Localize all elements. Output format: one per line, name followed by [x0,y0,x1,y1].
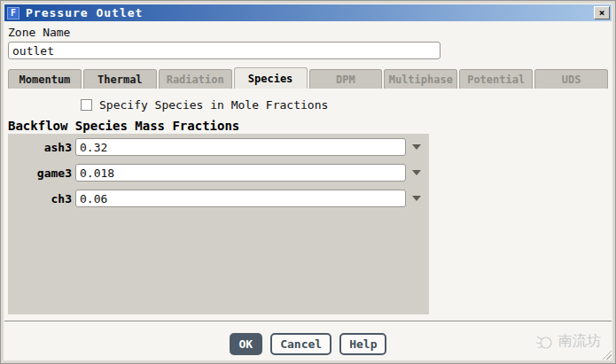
ch3-label: ch3 [8,192,75,205]
ash3-label: ash3 [8,141,75,154]
zone-name-label: Zone Name [8,26,612,39]
chevron-down-icon [412,170,421,175]
species-field-row: game3 [8,164,429,182]
species-field-row: ch3 [8,190,429,207]
pressure-outlet-dialog: F Pressure Outlet × Zone Name Momentum T… [0,0,616,364]
mole-fractions-label: Specify Species in Mole Fractions [99,98,328,112]
ok-button[interactable]: OK [230,333,263,355]
ch3-mass-fraction-input[interactable] [75,190,406,207]
ash3-mass-fraction-input[interactable] [75,138,406,156]
tab-uds: UDS [534,69,608,89]
titlebar: F Pressure Outlet × [4,4,612,21]
tab-potential: Potential [459,69,533,89]
game3-dropdown-button[interactable] [406,165,427,181]
help-button[interactable]: Help [339,333,386,355]
chevron-down-icon [412,144,421,150]
tab-dpm: DPM [309,69,383,89]
game3-label: game3 [8,167,75,180]
tab-bar: Momentum Thermal Radiation Species DPM M… [8,67,608,89]
species-field-row: ash3 [8,138,429,156]
fluent-app-icon: F [7,7,19,19]
mole-fractions-row: Specify Species in Mole Fractions [81,98,612,111]
backflow-species-panel: ash3 game3 ch3 [8,134,429,314]
ash3-dropdown-button[interactable] [406,139,427,155]
tab-radiation: Radiation [159,69,232,89]
zone-name-input[interactable] [8,42,441,59]
footer-button-row: OK Cancel Help [4,322,612,360]
mole-fractions-checkbox[interactable] [81,99,92,111]
backflow-section-title: Backflow Species Mass Fractions [8,119,612,133]
ch3-dropdown-button[interactable] [406,190,427,206]
tab-momentum[interactable]: Momentum [8,69,82,89]
dialog-title: Pressure Outlet [26,6,143,19]
chevron-down-icon [412,196,421,201]
tab-multiphase: Multiphase [384,69,457,89]
tab-thermal[interactable]: Thermal [83,69,157,89]
cancel-button[interactable]: Cancel [270,333,331,355]
tab-species[interactable]: Species [234,67,308,89]
close-icon[interactable]: × [594,6,610,19]
species-tab-panel: Specify Species in Mole Fractions Backfl… [4,89,612,360]
game3-mass-fraction-input[interactable] [75,164,406,182]
